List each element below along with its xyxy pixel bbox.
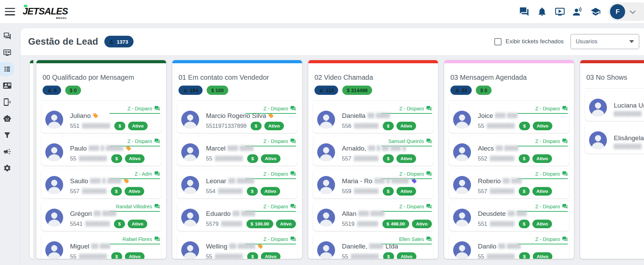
lead-card[interactable]: Z - Disparo Eduardo ██ ████ 5579 ████ (177, 201, 297, 231)
chat-mini-icon[interactable] (426, 106, 432, 111)
column-value-badge: $ 0 (476, 86, 492, 95)
lead-phone-prefix: 55 (70, 155, 76, 162)
lead-avatar (453, 143, 471, 161)
sidebar-item-filters[interactable] (0, 128, 14, 142)
chat-mini-icon[interactable] (154, 171, 160, 177)
card-assignee-label: Z - Disparo (263, 171, 288, 177)
lead-phone-prefix: 556 (342, 123, 352, 129)
lead-name-redacted: ███ █ █████ (89, 145, 124, 151)
lead-card[interactable]: Z - Disparo Juliano 55 (41, 103, 161, 133)
lead-phone-prefix: 557 (342, 155, 352, 162)
lead-card[interactable]: Z - Disparo Deusdete ██ ███ 551 █████ (449, 201, 569, 231)
chat-mini-icon[interactable] (154, 106, 160, 111)
lead-card[interactable]: Ellen Sales Danielle, ████ Ltda 55 ███ (313, 234, 433, 259)
lead-card[interactable]: Z - Disparo Allan ███ ████ 5519 █████ (313, 201, 433, 231)
sidebar-item-conversations[interactable] (0, 29, 14, 43)
dollar-icon: $ (115, 156, 118, 161)
notifications-bell-icon[interactable] (537, 7, 547, 17)
card-label-row: Rafael Flores (110, 236, 160, 244)
card-assignee-label: Z - Disparo (399, 106, 424, 111)
chat-mini-icon[interactable] (426, 236, 432, 242)
column-value: $ 0 (70, 88, 77, 93)
kanban-column: 01 Em contato com Vendedor 154 $ 100 Z -… (172, 60, 302, 259)
sidebar-item-contacts[interactable] (0, 79, 14, 92)
lead-card[interactable]: Z - Disparo Danilo ██ ████ 55 ███████ (449, 234, 569, 259)
sidebar-item-dashboard[interactable] (0, 46, 14, 59)
card-label-row: Ellen Sales (381, 236, 432, 244)
active-badge: Ativo (396, 154, 416, 163)
users-filter-select[interactable]: Usuarios (571, 34, 639, 49)
chat-mini-icon[interactable] (290, 106, 296, 111)
chat-mini-icon[interactable] (290, 138, 296, 144)
lead-card[interactable]: Z - Adm Saullo ███ █ ████ (41, 169, 161, 198)
lead-card[interactable]: Z - Disparo Daniella ██ ████ 556 ████ (313, 103, 433, 133)
kanban-column: 00 Qualificado por Mensagem 9 $ 0 Z - Di… (36, 60, 166, 259)
chat-mini-icon[interactable] (426, 171, 432, 177)
lead-name-redacted: ██ ████ (233, 211, 255, 216)
lead-name: Maria - Ro (342, 177, 372, 185)
video-tutorials-icon[interactable] (555, 7, 565, 17)
card-list: Z - Disparo Joice ███ ███ 55 ████████ (444, 101, 574, 259)
lead-name: Danilo (478, 243, 496, 250)
lead-card[interactable]: Z - Disparo Maria - Ro ███ █ █████ (313, 169, 433, 198)
dollar-icon: $ (118, 123, 121, 129)
sidebar-item-settings[interactable] (0, 161, 14, 175)
lead-card[interactable]: Randal Villodres Grégori ██ ████ 5541 (41, 201, 161, 231)
chat-mini-icon[interactable] (562, 203, 568, 209)
chat-mini-icon[interactable] (290, 171, 296, 177)
lead-card[interactable]: Z - Disparo Leonar ██ █████ 554 █████ (177, 169, 297, 198)
chat-mini-icon[interactable] (290, 236, 296, 242)
chat-mini-icon[interactable] (562, 236, 568, 242)
lead-card[interactable]: Z - Disparo Welling ██ █████ (177, 234, 297, 259)
sidebar-item-phone-broadcast[interactable] (0, 95, 14, 109)
sidebar-item-bot[interactable] (0, 112, 14, 125)
lead-phone-redacted: ███████ (85, 221, 110, 226)
lead-avatar (453, 176, 471, 194)
academy-icon[interactable] (590, 7, 601, 17)
avatar: F (610, 4, 625, 19)
lead-card[interactable]: Samuel Queirós Arnaldo, ██ █ ██ ███ █ 55… (313, 136, 433, 166)
lead-card[interactable]: Z - Disparo Joice ███ ███ 55 ████████ (449, 103, 569, 133)
column-title: 00 Qualificado por Mensagem (43, 74, 160, 81)
dollar-icon: $ (523, 123, 526, 129)
lead-phone-prefix: 557 (70, 188, 80, 195)
sidebar-item-kanban-leads[interactable] (0, 62, 14, 76)
menu-toggle-icon[interactable] (5, 8, 15, 15)
sidebar-item-campaigns[interactable] (0, 145, 14, 158)
chat-mini-icon[interactable] (426, 138, 432, 144)
column-color-bar (308, 60, 438, 63)
column-title: 01 Em contato com Vendedor (179, 74, 296, 81)
card-assignee-label: Z - Adm (135, 171, 152, 177)
user-menu[interactable]: F (608, 2, 644, 21)
chat-mini-icon[interactable] (154, 236, 160, 242)
closed-tickets-checkbox[interactable] (494, 38, 502, 45)
lead-avatar (45, 111, 63, 129)
lead-name: Deusdete (478, 210, 506, 218)
chat-mini-icon[interactable] (562, 106, 568, 111)
monitor-icon (3, 48, 11, 57)
money-badge: $ (383, 122, 394, 130)
lead-card[interactable]: Luciana Ur ████████ (585, 91, 644, 121)
active-badge: Ativo (532, 220, 552, 228)
chat-mini-icon[interactable] (290, 203, 296, 209)
voice-announce-icon[interactable] (573, 7, 583, 17)
lead-phone-redacted: ████████ (487, 254, 515, 259)
lead-card[interactable]: Rafael Flores Miguel ██ ███ 55 ██████ (41, 234, 161, 259)
lead-card[interactable]: Z - Disparo Marcio Rogerio Silva (177, 103, 297, 133)
lead-card[interactable]: Z - Disparo Alecs ██ ████ 552 ███████ (449, 136, 569, 166)
lead-card[interactable]: Elisângela ████████ (585, 124, 644, 154)
lead-card[interactable]: Z - Disparo Marcel ███ ████ 55 ██████ (177, 136, 297, 166)
lead-card[interactable]: Z - Disparo Roberio ██ ███ 557 ██████ (449, 169, 569, 198)
lead-card[interactable]: Z - Disparo Paulo ███ █ █████ (41, 136, 161, 166)
chat-mini-icon[interactable] (154, 138, 160, 144)
column-count: 113 (326, 88, 334, 93)
chat-icon[interactable] (519, 7, 529, 17)
sidebar (0, 23, 16, 265)
money-badge: $ (111, 252, 122, 259)
lead-phone-prefix: 557 (478, 188, 487, 195)
chat-mini-icon[interactable] (562, 138, 568, 144)
chat-mini-icon[interactable] (154, 203, 160, 209)
chat-mini-icon[interactable] (562, 171, 568, 177)
chat-mini-icon[interactable] (426, 203, 432, 209)
money-badge: $ (519, 154, 530, 163)
